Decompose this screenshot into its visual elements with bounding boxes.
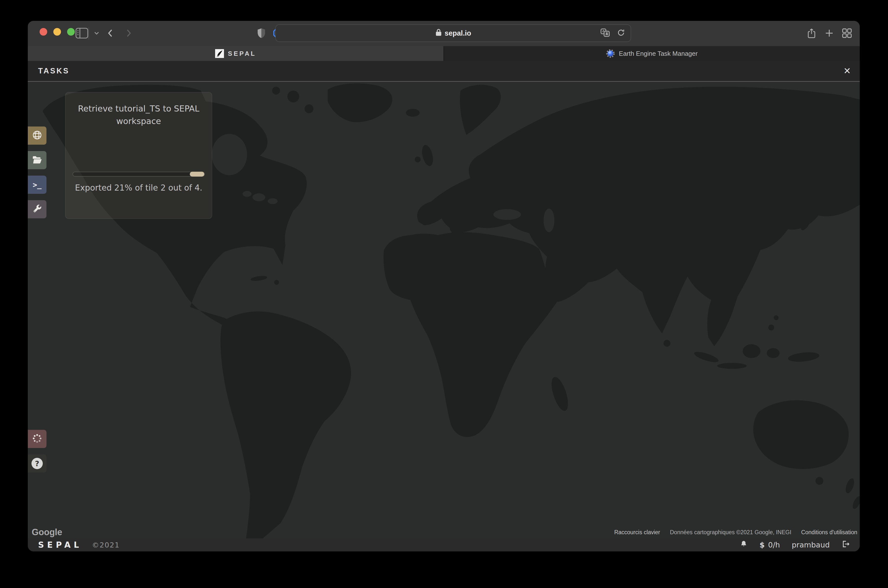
toolbar-divider <box>89 27 89 39</box>
progress-segment <box>190 172 204 177</box>
budget-indicator[interactable]: $ 0/h <box>759 541 780 549</box>
task-title: Retrieve tutorial_TS to SEPAL workspace <box>77 102 200 128</box>
hourly-rate: 0/h <box>768 541 780 549</box>
forward-button[interactable] <box>122 25 135 41</box>
notifications-bell-icon[interactable] <box>740 540 748 550</box>
tab-label: SEPAL <box>228 50 256 57</box>
help-button[interactable]: ? <box>28 454 47 472</box>
translate-icon[interactable] <box>601 28 610 38</box>
tab-overview-icon[interactable] <box>840 25 854 41</box>
google-logo[interactable]: Google <box>32 527 62 537</box>
zoom-window-button[interactable] <box>67 28 75 36</box>
app-footer: SEPAL ©2021 $ 0/h prambaud <box>28 538 860 551</box>
lock-icon <box>435 29 442 38</box>
map-attribution: Google Raccourcis clavier Données cartog… <box>28 526 860 538</box>
keyboard-shortcuts-link[interactable]: Raccourcis clavier <box>614 529 660 536</box>
reload-icon[interactable] <box>617 28 625 38</box>
task-progress-bar <box>72 172 205 177</box>
sepal-app: TASKS ✕ <box>28 61 860 551</box>
process-button[interactable] <box>28 126 47 145</box>
folder-icon <box>32 154 42 166</box>
footer-brand: SEPAL <box>38 540 82 550</box>
earth-engine-favicon <box>606 49 615 58</box>
tab-label: Earth Engine Task Manager <box>619 50 697 57</box>
close-tasks-icon[interactable]: ✕ <box>843 66 851 75</box>
task-status-text: Exported 21% of tile 2 out of 4. <box>66 183 212 192</box>
globe-icon <box>32 130 42 141</box>
map-area[interactable]: Retrieve tutorial_TS to SEPAL workspace … <box>28 82 860 538</box>
tasks-header: TASKS ✕ <box>28 61 860 82</box>
chevron-down-icon[interactable] <box>90 25 104 41</box>
browser-window: sepal.io <box>28 21 860 551</box>
sepal-favicon <box>215 49 224 58</box>
sidebar-toggle-icon[interactable] <box>75 25 89 41</box>
tab-earth-engine-task-manager[interactable]: Earth Engine Task Manager <box>444 46 860 61</box>
wrench-icon <box>32 204 42 215</box>
terminal-button[interactable]: >_ <box>28 176 47 194</box>
task-card: Retrieve tutorial_TS to SEPAL workspace … <box>65 92 212 219</box>
dollar-icon: $ <box>759 541 765 549</box>
url-text: sepal.io <box>445 29 471 38</box>
address-bar[interactable]: sepal.io <box>275 24 631 42</box>
logout-icon[interactable] <box>841 540 850 550</box>
tasks-title: TASKS <box>38 66 69 75</box>
close-window-button[interactable] <box>39 28 47 36</box>
terminal-icon: >_ <box>33 180 42 189</box>
privacy-shield-icon[interactable] <box>254 25 268 41</box>
browser-toolbar: sepal.io <box>28 21 860 46</box>
terms-link[interactable]: Conditions d'utilisation <box>801 529 857 536</box>
new-tab-icon[interactable] <box>822 25 836 41</box>
tasks-button[interactable] <box>28 430 47 448</box>
back-button[interactable] <box>104 25 117 41</box>
tab-sepal[interactable]: SEPAL <box>28 46 444 61</box>
apps-button[interactable] <box>28 200 47 218</box>
help-icon: ? <box>32 458 43 469</box>
tab-bar: SEPAL Earth Engine Task Manager <box>28 46 860 61</box>
spinner-icon <box>32 433 42 444</box>
share-icon[interactable] <box>805 25 819 41</box>
footer-copyright: ©2021 <box>92 541 120 549</box>
map-data-text: Données cartographiques ©2021 Google, IN… <box>670 529 792 536</box>
minimize-window-button[interactable] <box>53 28 61 36</box>
files-button[interactable] <box>28 151 47 169</box>
traffic-lights <box>39 28 75 36</box>
username[interactable]: prambaud <box>792 541 830 549</box>
